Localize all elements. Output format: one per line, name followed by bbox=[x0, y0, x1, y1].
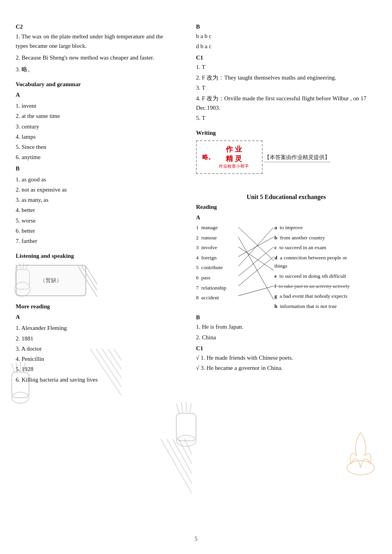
match-right-h: h information that is not true bbox=[274, 301, 361, 311]
match-left-1: 1 manage bbox=[196, 223, 239, 233]
c1-item-5: 5. T bbox=[196, 114, 376, 123]
match-left-5: 5 contribute bbox=[196, 263, 239, 273]
vocab-a-item-6: 6. anytime bbox=[16, 153, 176, 162]
match-left-6: 6 pass bbox=[196, 273, 239, 283]
svg-line-36 bbox=[172, 439, 192, 474]
svg-line-31 bbox=[102, 349, 122, 378]
svg-line-0 bbox=[78, 266, 97, 297]
hand-deco-left bbox=[12, 262, 33, 297]
svg-line-29 bbox=[90, 349, 122, 396]
match-left-7: 7 relationship bbox=[196, 283, 239, 293]
stamp-small: 作业检查小帮手 bbox=[219, 163, 249, 169]
c2-item-2: 2. Because Bi Sheng's new method was che… bbox=[16, 53, 176, 62]
match-right-g: g a bad event that nobody expects bbox=[274, 291, 361, 301]
more-reading-header: More reading bbox=[16, 303, 176, 310]
c2-item-1: 1. The wax on the plate melted under hig… bbox=[16, 32, 176, 51]
match-right-col: a to improve b from another country c to… bbox=[274, 223, 361, 311]
c2-label: C2 bbox=[16, 24, 176, 30]
b2-label: B bbox=[196, 314, 376, 321]
match-left-3: 3 involve bbox=[196, 243, 239, 253]
farther: farther bbox=[22, 238, 37, 244]
anytime: anytime bbox=[22, 154, 40, 160]
unit5-section: Unit 5 Educational exchanges Reading A bbox=[196, 194, 376, 373]
watermark-text: 【本答案由作业精灵提供】 bbox=[264, 154, 330, 162]
vocab-b-item-3: 3. as many, as bbox=[16, 196, 176, 205]
c1-item-2: 2. F 改为：They taught themselves maths and… bbox=[196, 73, 376, 82]
b2-item-1: 1. He is from Japan. bbox=[196, 322, 376, 331]
writing-content: 略。 bbox=[202, 154, 214, 161]
svg-line-7 bbox=[23, 263, 24, 269]
listening-section: （暂缺） bbox=[16, 262, 176, 299]
vocab-a-list: 1. invent 2. at the same time 3. century… bbox=[16, 101, 176, 162]
deco-flame bbox=[345, 429, 376, 476]
svg-line-35 bbox=[167, 439, 192, 484]
match-right-b: b from another country bbox=[274, 233, 361, 243]
vocab-grammar-header: Vocabulary and grammar bbox=[16, 81, 176, 88]
svg-line-15 bbox=[238, 257, 274, 286]
listening-placeholder: （暂缺） bbox=[40, 277, 62, 284]
svg-line-8 bbox=[26, 264, 27, 270]
c1-2-item-1: √ 1. He made friends with Chinese poets. bbox=[196, 353, 376, 362]
match-grid: 1 manage 2 rumour 3 involve 4 foreign 5 … bbox=[196, 223, 376, 311]
right-c1-label: C1 bbox=[196, 54, 376, 61]
c2-item-3: 3. 略。 bbox=[16, 65, 176, 74]
svg-line-9 bbox=[238, 227, 274, 261]
svg-line-26 bbox=[181, 402, 183, 413]
vocab-b-item-1: 1. as good as bbox=[16, 175, 176, 184]
deco-lines-right bbox=[78, 266, 97, 297]
vocab-a-item-2: 2. at the same time bbox=[16, 112, 176, 121]
match-left-col: 1 manage 2 rumour 3 involve 4 foreign 5 … bbox=[196, 223, 239, 311]
unit5-title: Unit 5 Educational exchanges bbox=[196, 194, 376, 201]
match-right-f: f to take part in an activity actively bbox=[274, 281, 361, 291]
century: century bbox=[22, 123, 39, 130]
svg-line-10 bbox=[238, 237, 274, 300]
vocab-b-item-4: 4. better bbox=[16, 206, 176, 215]
more-a-item-2: 2. 1881 bbox=[16, 334, 176, 343]
svg-line-6 bbox=[20, 263, 20, 269]
vocab-a-label: A bbox=[16, 92, 176, 98]
right-b-label: B bbox=[196, 24, 376, 30]
right-b-item-1: b a b c bbox=[196, 32, 376, 41]
stamp-box: 略。 作 业 精 灵 作业检查小帮手 bbox=[196, 140, 263, 174]
right-b-item-2: d b a c bbox=[196, 42, 376, 51]
svg-rect-4 bbox=[16, 270, 29, 289]
svg-line-14 bbox=[238, 247, 274, 276]
page: C2 1. The wax on the plate melted under … bbox=[0, 0, 392, 554]
writing-section: 略。 作 业 精 灵 作业检查小帮手 【本答案由作业精灵提供】 bbox=[196, 140, 330, 174]
vocab-b-item-7: 7. farther bbox=[16, 237, 176, 246]
match-left-8: 8 accident bbox=[196, 293, 239, 303]
svg-line-32 bbox=[108, 349, 122, 369]
svg-line-22 bbox=[24, 363, 25, 371]
deco-diag-listen bbox=[90, 349, 122, 396]
svg-line-5 bbox=[16, 264, 18, 270]
svg-line-25 bbox=[176, 404, 179, 413]
match-right-d: d a connection between people or things bbox=[274, 253, 361, 271]
at-same-time: at the same time bbox=[22, 113, 60, 119]
svg-line-1 bbox=[82, 266, 97, 291]
stamp-cn-1: 作 业 bbox=[226, 145, 242, 154]
vocab-b-item-2: 2. not as expensive as bbox=[16, 185, 176, 194]
listening-header: Listening and speaking bbox=[16, 253, 176, 259]
c1-2-item-2: √ 3. He became a governor in China. bbox=[196, 364, 376, 373]
match-right-a: a to improve bbox=[274, 223, 361, 233]
vocab-a-item-4: 4. lamps bbox=[16, 132, 176, 141]
match-right-e: e to succeed in doing sth difficult bbox=[274, 271, 361, 281]
svg-line-20 bbox=[16, 362, 17, 371]
vocab-a-item-3: 3. century bbox=[16, 122, 176, 131]
match-left-4: 4 foreign bbox=[196, 253, 239, 263]
deco-diag-more bbox=[161, 439, 192, 494]
hand-deco-big-left bbox=[9, 360, 32, 404]
vocab-b-item-6: 6. better bbox=[16, 226, 176, 235]
writing-header: Writing bbox=[196, 130, 376, 136]
match-left-2: 2 rumour bbox=[196, 233, 239, 243]
vocab-a-item-1: 1. invent bbox=[16, 101, 176, 110]
vocab-b-label: B bbox=[16, 165, 176, 172]
reading-a-label: A bbox=[196, 214, 376, 221]
c1-2-label: C1 bbox=[196, 345, 376, 352]
since-then: Since then bbox=[22, 144, 46, 150]
matching-lines-svg bbox=[238, 223, 274, 301]
stamp-content: 作 业 精 灵 作业检查小帮手 bbox=[219, 145, 249, 169]
stamp-cn-2: 精 灵 bbox=[226, 154, 242, 163]
more-a-label: A bbox=[16, 314, 176, 320]
c1-item-4: 4. F 改为：Orville made the first successfu… bbox=[196, 94, 376, 112]
